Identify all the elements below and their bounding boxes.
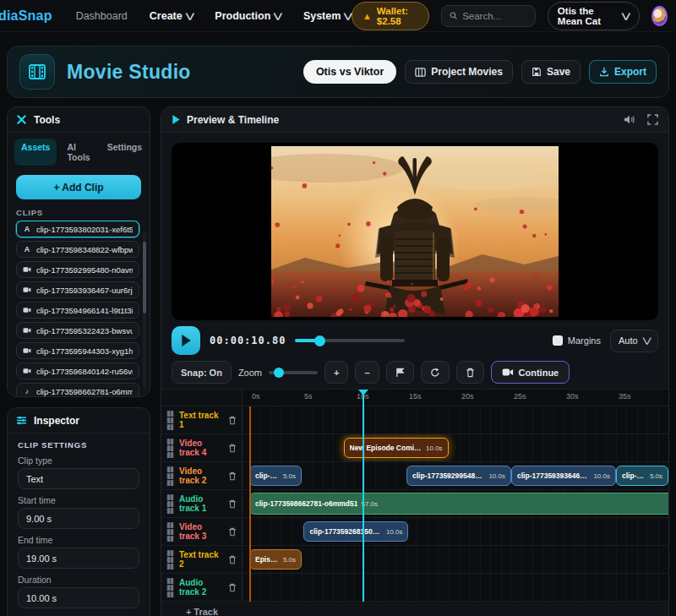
continue-button[interactable]: Continue	[491, 361, 570, 384]
clip-list-item[interactable]: clip-1773594966141-l9t1t3i	[16, 302, 139, 319]
track-header[interactable]: ▮▮▮▮▮▮Audio track 2	[161, 574, 243, 601]
avatar[interactable]	[651, 6, 668, 26]
timeline-origin-line	[249, 406, 251, 602]
project-name-pill[interactable]: Otis vs Viktor	[303, 60, 396, 84]
clip-list-item[interactable]: clip-1773592995480-n0avmun	[16, 261, 139, 278]
zoom-out-button[interactable]: –	[355, 361, 379, 384]
timeline-clip[interactable]: New Episode Coming S...10.0s	[344, 438, 449, 458]
drag-handle-icon[interactable]: ▮▮▮▮▮▮	[166, 410, 175, 430]
timeline-footer: + Track	[161, 602, 668, 616]
clip-list-item[interactable]: Aclip-1773593802031-xef6t5f	[16, 221, 139, 237]
ruler-tick-label: 30s	[566, 392, 579, 401]
fullscreen-icon[interactable]	[647, 114, 658, 125]
track-delete-icon[interactable]	[228, 444, 237, 453]
track-lane[interactable]: clip-1773...5.0sclip-1773592995480-n0av.…	[243, 462, 668, 489]
track-lane[interactable]: clip-1773598662781-o6mmd5157.0s	[243, 490, 668, 517]
track-lane[interactable]: New Episode Coming S...10.0s	[243, 434, 668, 461]
drag-handle-icon[interactable]: ▮▮▮▮▮▮	[166, 549, 175, 570]
timeline-clip[interactable]: clip-1773598662781-o6mmd5157.0s	[249, 493, 668, 515]
marker-button[interactable]	[386, 361, 414, 384]
export-label: Export	[614, 66, 646, 78]
clip-type-field[interactable]: Text	[18, 468, 139, 489]
zoom-slider[interactable]	[269, 371, 318, 374]
clip-list-item[interactable]: clip-1773595944303-xyg1h1a	[16, 342, 139, 359]
track-header[interactable]: ▮▮▮▮▮▮Audio track 1	[161, 490, 243, 517]
drag-handle-icon[interactable]: ▮▮▮▮▮▮	[166, 466, 175, 486]
seek-slider[interactable]	[295, 339, 405, 342]
track-lane[interactable]	[243, 406, 668, 433]
zoom-in-button[interactable]: +	[324, 361, 348, 384]
clip-list-item[interactable]: Aclip-1773598348822-wfbpw1a	[16, 241, 139, 258]
playhead[interactable]	[363, 390, 364, 602]
play-button[interactable]	[172, 326, 200, 355]
margins-toggle[interactable]: Margins	[553, 335, 601, 346]
track-delete-icon[interactable]	[228, 583, 237, 592]
timeline-clip[interactable]: clip-1773593936467-uur6rj210.0s	[511, 466, 616, 486]
search-input[interactable]	[462, 11, 527, 21]
clip-list-item[interactable]: ♪clip-1773598662781-o6mmd51	[16, 383, 139, 396]
timeline-clip[interactable]: Episode ...5.0s	[249, 549, 302, 570]
export-button[interactable]: Export	[589, 60, 657, 84]
snap-toggle-button[interactable]: Snap: On	[172, 361, 232, 384]
nav-item-system[interactable]: System⋁	[303, 10, 352, 22]
quality-select[interactable]: Auto ⋁	[610, 330, 658, 352]
clip-list-item[interactable]: clip-1773593936467-uur6rj2	[16, 281, 139, 298]
track-header[interactable]: ▮▮▮▮▮▮Text track 1	[161, 406, 243, 433]
track-header[interactable]: ▮▮▮▮▮▮Video track 2	[161, 462, 243, 489]
track-delete-icon[interactable]	[228, 472, 237, 481]
nav-item-create[interactable]: Create⋁	[150, 10, 194, 22]
app-logo[interactable]: diaSnap	[0, 8, 52, 24]
add-track-button[interactable]: + Track	[161, 602, 243, 616]
track-delete-icon[interactable]	[228, 416, 237, 425]
clip-name: clip-1773593936467-uur6rj2	[36, 286, 133, 295]
speaker-icon[interactable]	[624, 114, 635, 125]
chevron-down-icon: ⋁	[274, 12, 283, 20]
clips-scrollbar[interactable]	[143, 232, 146, 388]
track-delete-icon[interactable]	[228, 527, 237, 537]
drag-handle-icon[interactable]: ▮▮▮▮▮▮	[166, 577, 175, 597]
save-button[interactable]: Save	[521, 60, 581, 84]
add-clip-button[interactable]: + Add Clip	[16, 175, 141, 199]
redo-button[interactable]	[421, 361, 450, 384]
track-lane[interactable]: clip-1773592681505-syuj4dh10.0s	[243, 518, 668, 545]
sliders-icon	[16, 415, 27, 426]
clip-list-item[interactable]: clip-1773595322423-bwsvufw	[16, 322, 139, 339]
search-box[interactable]	[441, 5, 536, 27]
track-delete-icon[interactable]	[228, 499, 237, 509]
panel-header-icons	[624, 114, 658, 125]
drag-handle-icon[interactable]: ▮▮▮▮▮▮	[166, 521, 175, 542]
margins-checkbox[interactable]	[553, 335, 563, 346]
timeline-clip[interactable]: clip-1773...5.0s	[616, 466, 668, 486]
end-time-field[interactable]: 19.00 s	[18, 548, 139, 569]
start-time-field[interactable]: 9.00 s	[18, 508, 139, 529]
video-preview[interactable]	[172, 143, 658, 320]
clip-duration: 5.0s	[283, 472, 296, 480]
clip-name: clip-1773598662781-o6mmd51	[36, 387, 133, 396]
ruler-lane[interactable]: 0s5s10s15s20s25s30s35s	[243, 390, 668, 406]
timeline-clip[interactable]: clip-1773592681505-syuj4dh10.0s	[303, 521, 408, 542]
track-header[interactable]: ▮▮▮▮▮▮Text track 2	[161, 546, 243, 573]
drag-handle-icon[interactable]: ▮▮▮▮▮▮	[166, 438, 175, 458]
drag-handle-icon[interactable]: ▮▮▮▮▮▮	[166, 493, 175, 514]
track-lane[interactable]: Episode ...5.0s	[243, 546, 668, 573]
delete-button[interactable]	[456, 361, 484, 384]
user-menu[interactable]: Otis the Mean Cat ⋁	[548, 2, 640, 30]
timeline-clip[interactable]: clip-1773592995480-n0av...10.0s	[406, 466, 511, 486]
download-icon	[599, 67, 609, 77]
duration-field[interactable]: 10.00 s	[18, 587, 139, 608]
clip-name: clip-1773595322423-bwsvufw	[36, 326, 133, 335]
track-delete-icon[interactable]	[228, 555, 237, 564]
timeline-clip[interactable]: clip-1773...5.0s	[249, 466, 302, 486]
tab-settings[interactable]: Settings	[101, 139, 149, 166]
nav-item-production[interactable]: Production⋁	[215, 10, 281, 22]
nav-item-dashboard[interactable]: Dashboard	[76, 10, 128, 22]
tab-assets[interactable]: Assets	[14, 139, 57, 166]
project-movies-button[interactable]: Project Movies	[405, 60, 513, 84]
wallet-badge[interactable]: ▲ Wallet: $2.58	[352, 2, 429, 30]
track-header[interactable]: ▮▮▮▮▮▮Video track 4	[161, 434, 243, 461]
track-header[interactable]: ▮▮▮▮▮▮Video track 3	[161, 518, 243, 545]
zoom-control: Zoom	[238, 368, 318, 378]
clip-list-item[interactable]: clip-1773596840142-ru56vmj	[16, 363, 139, 379]
tab-ai-tools[interactable]: AI Tools	[60, 139, 96, 166]
track-lane[interactable]	[243, 574, 668, 601]
